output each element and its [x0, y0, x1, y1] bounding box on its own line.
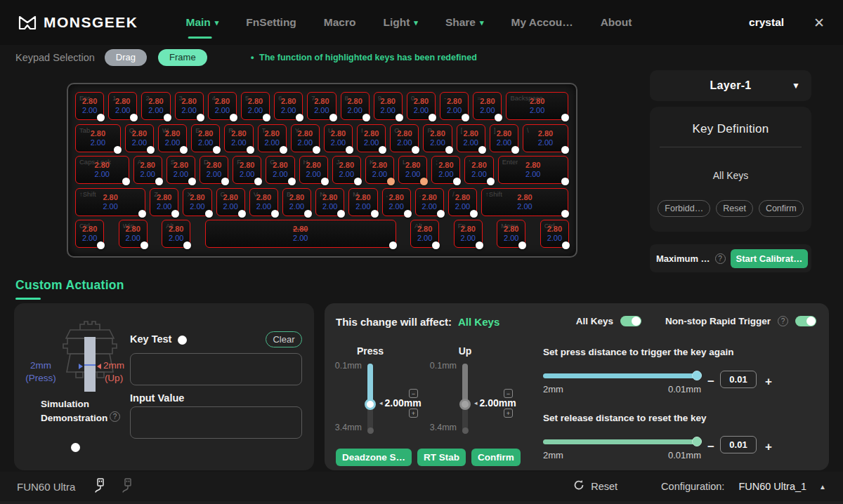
key--[interactable]: =2.802.00: [473, 92, 502, 120]
release-distance-input[interactable]: 0.01: [720, 436, 757, 453]
key-8[interactable]: 82.802.00: [341, 92, 370, 120]
key-space[interactable]: 2.802.00: [205, 220, 396, 248]
clear-button[interactable]: Clear: [266, 331, 302, 347]
key-b[interactable]: B2.802.00: [282, 188, 311, 216]
key-q[interactable]: Q2.802.00: [125, 124, 154, 152]
key-3[interactable]: 32.802.00: [175, 92, 204, 120]
key-test-output[interactable]: [130, 353, 302, 385]
key-w[interactable]: W2.802.00: [158, 124, 187, 152]
key--[interactable]: -2.802.00: [440, 92, 469, 120]
key-g[interactable]: G2.802.00: [266, 156, 294, 184]
up-slider-knob[interactable]: [459, 399, 471, 410]
key-menu[interactable]: Menu2.802.00: [497, 220, 525, 248]
key--shift[interactable]: ↑Shift2.802.00: [75, 188, 145, 216]
nav-item-macro[interactable]: Macro: [324, 11, 356, 34]
key-6[interactable]: 62.802.00: [274, 92, 303, 120]
key-v[interactable]: V2.802.00: [249, 188, 278, 216]
key-k[interactable]: K2.802.00: [365, 156, 394, 184]
key--shift[interactable]: ↑Shift2.802.00: [481, 188, 568, 216]
release-distance-decrease-button[interactable]: −: [707, 441, 714, 453]
key-9[interactable]: 92.802.00: [374, 92, 403, 120]
release-distance-increase-button[interactable]: +: [765, 441, 772, 453]
input-value-field[interactable]: [130, 406, 302, 439]
press-slider-knob[interactable]: [365, 399, 376, 410]
key-caps-lock[interactable]: Caps Lock2.802.00: [75, 156, 129, 184]
usb-cable-icon-inactive[interactable]: [119, 477, 134, 496]
reset-button[interactable]: Reset: [573, 479, 617, 493]
key-c[interactable]: C2.802.00: [216, 188, 245, 216]
key-ctrl[interactable]: Ctrl2.802.00: [540, 220, 569, 248]
key-y[interactable]: Y2.802.00: [291, 124, 320, 152]
drag-button[interactable]: Drag: [105, 49, 147, 66]
press-distance-input[interactable]: 0.01: [720, 371, 757, 388]
key-j[interactable]: J2.802.00: [332, 156, 361, 184]
forbidd--button[interactable]: Forbidd…: [658, 200, 710, 217]
configuration-value[interactable]: FUN60 Ultra_1: [738, 481, 806, 492]
username[interactable]: crystal: [749, 16, 784, 29]
key-h[interactable]: H2.802.00: [299, 156, 328, 184]
release-distance-knob[interactable]: [692, 437, 702, 446]
up-increase-button[interactable]: +: [504, 409, 513, 418]
key-ctrl[interactable]: Ctrl2.802.00: [75, 220, 104, 248]
reset-button[interactable]: Reset: [716, 200, 753, 217]
key-win[interactable]: Win2.802.00: [119, 220, 148, 248]
key-fn[interactable]: Fn2.802.00: [454, 220, 483, 248]
press-distance-increase-button[interactable]: +: [765, 376, 772, 387]
confirm-button[interactable]: Confirm: [471, 449, 521, 466]
key-p[interactable]: P2.802.00: [423, 124, 452, 152]
frame-button[interactable]: Frame: [158, 49, 207, 66]
nav-item-my-accou-[interactable]: My Accou…: [511, 11, 573, 34]
key-d[interactable]: D2.802.00: [200, 156, 228, 184]
deadzone-button[interactable]: Deadzone S…: [336, 449, 412, 466]
key-m[interactable]: M2.802.00: [348, 188, 377, 216]
nav-item-fnsetting[interactable]: FnSetting: [246, 11, 296, 34]
release-distance-slider[interactable]: [543, 439, 700, 444]
nav-item-light[interactable]: Light▾: [383, 11, 417, 34]
key-2[interactable]: 22.802.00: [141, 92, 170, 120]
key-f[interactable]: F2.802.00: [233, 156, 261, 184]
key--[interactable]: ;2.802.00: [431, 156, 460, 184]
press-decrease-button[interactable]: −: [409, 389, 418, 398]
key--[interactable]: /2.802.00: [448, 188, 477, 216]
key--[interactable]: [2.802.00: [457, 124, 485, 152]
question-icon[interactable]: ?: [778, 316, 788, 326]
key-x[interactable]: X2.802.00: [183, 188, 211, 216]
key--[interactable]: \2.802.00: [523, 124, 568, 152]
key-esc[interactable]: Esc2.802.00: [75, 92, 104, 120]
key-tab[interactable]: Tab2.802.00: [75, 124, 121, 152]
key-r[interactable]: R2.802.00: [224, 124, 253, 152]
key-t[interactable]: T2.802.00: [258, 124, 287, 152]
key-i[interactable]: I2.802.00: [357, 124, 386, 152]
key-e[interactable]: E2.802.00: [191, 124, 220, 152]
key-4[interactable]: 42.802.00: [208, 92, 237, 120]
key-z[interactable]: Z2.802.00: [150, 188, 178, 216]
key-alt[interactable]: Alt2.802.00: [410, 220, 439, 248]
key-s[interactable]: S2.802.00: [166, 156, 195, 184]
key-alt[interactable]: Alt2.802.00: [162, 220, 190, 248]
layer-selector[interactable]: Layer-1 ▼: [650, 70, 811, 101]
question-icon[interactable]: ?: [715, 253, 726, 264]
press-distance-slider[interactable]: [543, 373, 700, 378]
key-l[interactable]: L2.802.00: [398, 156, 427, 184]
start-calibration-button[interactable]: Start Calibrat…: [731, 249, 809, 268]
key-0[interactable]: 02.802.00: [407, 92, 436, 120]
nav-item-main[interactable]: Main▾: [186, 11, 219, 34]
key-u[interactable]: U2.802.00: [324, 124, 353, 152]
all-keys-toggle[interactable]: [620, 316, 641, 326]
usb-cable-icon-active[interactable]: [92, 477, 107, 496]
key-n[interactable]: N2.802.00: [315, 188, 344, 216]
key-backspace[interactable]: Backspace2.802.00: [506, 92, 568, 120]
key-7[interactable]: 72.802.00: [307, 92, 336, 120]
rapid-trigger-toggle[interactable]: [795, 316, 816, 326]
key--[interactable]: .2.802.00: [415, 188, 444, 216]
key--[interactable]: '2.802.00: [464, 156, 493, 184]
close-icon[interactable]: ✕: [813, 16, 825, 29]
key-1[interactable]: 12.802.00: [108, 92, 137, 120]
press-increase-button[interactable]: +: [409, 409, 418, 418]
key--[interactable]: ,2.802.00: [382, 188, 411, 216]
caret-up-icon[interactable]: ▲: [819, 483, 826, 491]
up-decrease-button[interactable]: −: [504, 389, 513, 398]
rt-stab-button[interactable]: RT Stab: [417, 449, 466, 466]
key--[interactable]: ]2.802.00: [490, 124, 518, 152]
nav-item-about[interactable]: About: [601, 11, 632, 34]
